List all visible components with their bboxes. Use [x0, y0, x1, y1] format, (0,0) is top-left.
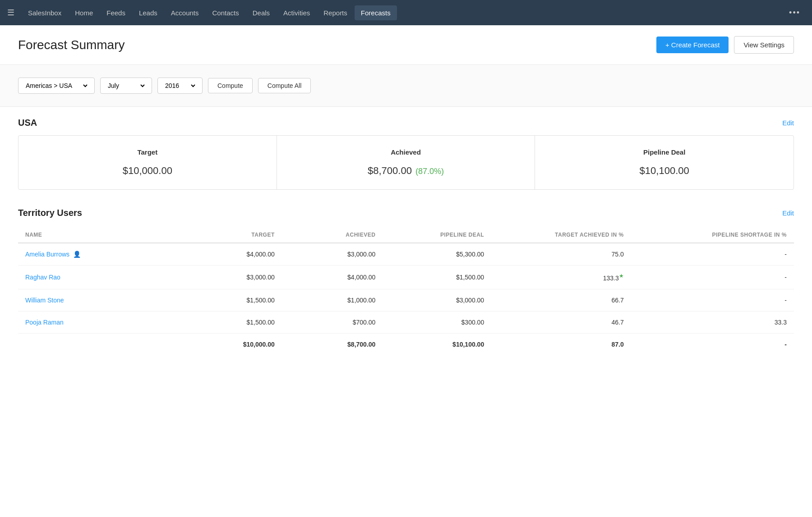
navbar: ☰ SalesInboxHomeFeedsLeadsAccountsContac…	[0, 0, 812, 25]
pipeline-deal-cell: $300.00	[383, 311, 491, 333]
nav-item-salesinbox[interactable]: SalesInbox	[22, 5, 68, 20]
user-name-cell: William Stone	[18, 289, 189, 311]
nav-item-contacts[interactable]: Contacts	[206, 5, 245, 20]
summary-card-value: $10,100.00	[546, 165, 783, 177]
nav-item-forecasts[interactable]: Forecasts	[355, 5, 397, 20]
month-filter[interactable]: JanuaryFebruaryMarchAprilMayJuneJulyAugu…	[100, 78, 152, 94]
create-forecast-button[interactable]: + Create Forecast	[656, 37, 729, 53]
pipeline-shortage-cell: -	[631, 243, 794, 265]
territory-section: Territory Users Edit NAME TARGET ACHIEVE…	[0, 204, 812, 373]
main-content: Forecast Summary + Create Forecast View …	[0, 25, 812, 517]
nav-more-icon[interactable]: •••	[784, 5, 805, 21]
pipeline-shortage-cell: 33.3	[631, 311, 794, 333]
totals-cell: $10,100.00	[383, 333, 491, 355]
pipeline-shortage-cell: -	[631, 289, 794, 311]
table-row: Amelia Burrows👤$4,000.00$3,000.00$5,300.…	[18, 243, 794, 265]
summary-card-target: Target$10,000.00	[18, 136, 277, 189]
summary-card-value: $8,700.00(87.0%)	[288, 165, 524, 177]
pipeline-shortage-cell: -	[631, 265, 794, 289]
user-link[interactable]: Pooja Raman	[25, 319, 181, 326]
col-header-target: TARGET	[189, 227, 281, 243]
target-pct-cell: 66.7	[491, 289, 631, 311]
territory-header: Territory Users Edit	[18, 208, 794, 218]
territory-edit-link[interactable]: Edit	[782, 209, 794, 217]
summary-edit-link[interactable]: Edit	[782, 119, 794, 127]
totals-cell: 87.0	[491, 333, 631, 355]
menu-icon[interactable]: ☰	[7, 8, 14, 18]
summary-title: USA	[18, 118, 37, 128]
target-cell: $1,500.00	[189, 311, 281, 333]
summary-card-achieved: Achieved$8,700.00(87.0%)	[277, 136, 535, 189]
summary-cards: Target$10,000.00Achieved$8,700.00(87.0%)…	[18, 135, 794, 190]
col-header-achieved: ACHIEVED	[282, 227, 383, 243]
nav-item-deals[interactable]: Deals	[246, 5, 276, 20]
compute-all-button[interactable]: Compute All	[258, 78, 311, 93]
totals-cell: $8,700.00	[282, 333, 383, 355]
compute-button[interactable]: Compute	[208, 78, 253, 93]
totals-name-cell	[18, 333, 189, 355]
pipeline-deal-cell: $1,500.00	[383, 265, 491, 289]
region-select[interactable]: Americas > USAAmericas > CanadaEurope	[24, 82, 89, 90]
table-row: Pooja Raman$1,500.00$700.00$300.0046.733…	[18, 311, 794, 333]
user-link[interactable]: Raghav Rao	[25, 274, 181, 281]
achieved-cell: $3,000.00	[282, 243, 383, 265]
month-select[interactable]: JanuaryFebruaryMarchAprilMayJuneJulyAugu…	[106, 82, 146, 90]
target-cell: $1,500.00	[189, 289, 281, 311]
filters-bar: Americas > USAAmericas > CanadaEurope Ja…	[0, 65, 812, 107]
nav-item-feeds[interactable]: Feeds	[100, 5, 132, 20]
col-header-pipeline: PIPELINE DEAL	[383, 227, 491, 243]
summary-section-header: USA Edit	[18, 118, 794, 128]
pipeline-deal-cell: $5,300.00	[383, 243, 491, 265]
user-name-cell: Pooja Raman	[18, 311, 189, 333]
year-filter[interactable]: 2014201520162017	[157, 78, 203, 94]
summary-card-pipeline-deal: Pipeline Deal$10,100.00	[535, 136, 794, 189]
table-row: Raghav Rao$3,000.00$4,000.00$1,500.00133…	[18, 265, 794, 289]
territory-title: Territory Users	[18, 208, 82, 218]
summary-card-label: Target	[29, 148, 266, 156]
summary-section: USA Edit Target$10,000.00Achieved$8,700.…	[0, 107, 812, 204]
pipeline-deal-cell: $3,000.00	[383, 289, 491, 311]
nav-item-home[interactable]: Home	[69, 5, 99, 20]
star-badge-icon: ★	[619, 273, 624, 279]
user-name-cell: Raghav Rao	[18, 265, 189, 289]
col-header-name: NAME	[18, 227, 189, 243]
table-totals-row: $10,000.00$8,700.00$10,100.0087.0-	[18, 333, 794, 355]
user-name-cell: Amelia Burrows👤	[18, 243, 189, 265]
totals-cell: -	[631, 333, 794, 355]
year-select[interactable]: 2014201520162017	[163, 82, 197, 90]
summary-card-percent: (87.0%)	[415, 167, 444, 176]
user-group-icon: 👤	[73, 251, 81, 258]
nav-item-reports[interactable]: Reports	[317, 5, 354, 20]
territory-table: NAME TARGET ACHIEVED PIPELINE DEAL TARGE…	[18, 227, 794, 355]
target-pct-cell: 46.7	[491, 311, 631, 333]
page-title: Forecast Summary	[18, 38, 125, 52]
col-header-target-pct: TARGET ACHIEVED IN %	[491, 227, 631, 243]
table-body: Amelia Burrows👤$4,000.00$3,000.00$5,300.…	[18, 243, 794, 355]
table-header: NAME TARGET ACHIEVED PIPELINE DEAL TARGE…	[18, 227, 794, 243]
summary-card-label: Pipeline Deal	[546, 148, 783, 156]
summary-card-label: Achieved	[288, 148, 524, 156]
col-header-pipeline-shortage: PIPELINE SHORTAGE IN %	[631, 227, 794, 243]
nav-item-accounts[interactable]: Accounts	[165, 5, 205, 20]
page-header: Forecast Summary + Create Forecast View …	[0, 25, 812, 65]
target-cell: $3,000.00	[189, 265, 281, 289]
header-actions: + Create Forecast View Settings	[656, 36, 794, 54]
nav-item-leads[interactable]: Leads	[133, 5, 164, 20]
user-link[interactable]: William Stone	[25, 297, 181, 304]
table-row: William Stone$1,500.00$1,000.00$3,000.00…	[18, 289, 794, 311]
totals-cell: $10,000.00	[189, 333, 281, 355]
achieved-cell: $700.00	[282, 311, 383, 333]
region-filter[interactable]: Americas > USAAmericas > CanadaEurope	[18, 78, 95, 94]
user-link[interactable]: Amelia Burrows👤	[25, 251, 181, 258]
view-settings-button[interactable]: View Settings	[734, 36, 794, 54]
achieved-cell: $4,000.00	[282, 265, 383, 289]
nav-item-activities[interactable]: Activities	[277, 5, 316, 20]
achieved-cell: $1,000.00	[282, 289, 383, 311]
summary-card-value: $10,000.00	[29, 165, 266, 177]
target-pct-cell: 75.0	[491, 243, 631, 265]
target-cell: $4,000.00	[189, 243, 281, 265]
target-pct-cell: 133.3★	[491, 265, 631, 289]
